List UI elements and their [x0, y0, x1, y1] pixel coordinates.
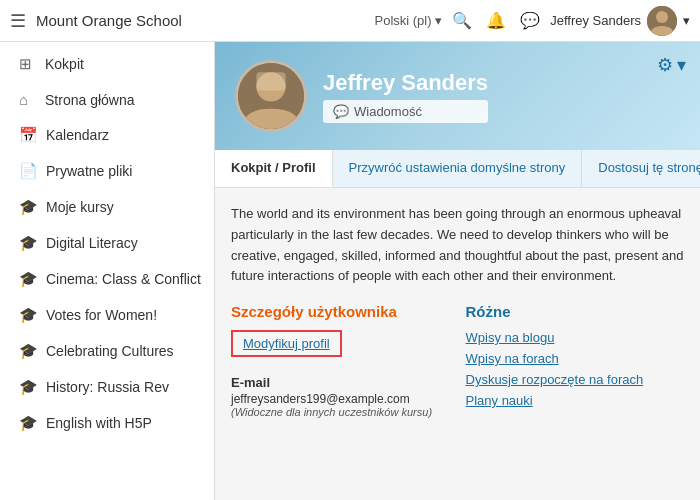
profile-header: Jeffrey Sanders 💬 Wiadomość ⚙ ▾ — [215, 42, 700, 150]
blog-posts-link[interactable]: Wpisy na blogu — [466, 330, 685, 345]
content-area: The world and its environment has been g… — [215, 188, 700, 434]
two-column-section: Szczegóły użytkownika Modyfikuj profil E… — [231, 303, 684, 418]
user-chevron-icon: ▾ — [683, 13, 690, 28]
sidebar-label-celebrating: Celebrating Cultures — [46, 343, 174, 359]
messages-icon[interactable]: 💬 — [520, 11, 540, 30]
email-note: (Widoczne dla innych uczestników kursu) — [231, 406, 450, 418]
nav-icons: 🔍 🔔 💬 — [452, 11, 540, 30]
calendar-icon: 📅 — [19, 126, 38, 144]
various-column: Różne Wpisy na blogu Wpisy na forach Dys… — [466, 303, 685, 418]
sidebar-label-cinema: Cinema: Class & Conflict — [46, 271, 201, 287]
sidebar-label-english: English with H5P — [46, 415, 152, 431]
sidebar-item-digital-literacy[interactable]: 🎓 Digital Literacy — [0, 225, 214, 261]
message-label: Wiadomość — [354, 104, 422, 119]
sidebar-label-mycourses: Moje kursy — [46, 199, 114, 215]
sidebar-label-calendar: Kalendarz — [46, 127, 109, 143]
sidebar-item-my-courses[interactable]: 🎓 Moje kursy — [0, 189, 214, 225]
sidebar-item-cinema[interactable]: 🎓 Cinema: Class & Conflict — [0, 261, 214, 297]
sidebar-label-digital: Digital Literacy — [46, 235, 138, 251]
sidebar-label-history: History: Russia Rev — [46, 379, 169, 395]
forum-posts-link[interactable]: Wpisy na forach — [466, 351, 685, 366]
tab-reset[interactable]: Przywróć ustawienia domyślne strony — [333, 150, 583, 187]
sidebar-item-votes[interactable]: 🎓 Votes for Women! — [0, 297, 214, 333]
sidebar-label-home: Strona główna — [45, 92, 135, 108]
notifications-icon[interactable]: 🔔 — [486, 11, 506, 30]
profile-info: Jeffrey Sanders 💬 Wiadomość — [323, 70, 488, 123]
user-name-label: Jeffrey Sanders — [550, 13, 641, 28]
course-icon-2: 🎓 — [19, 270, 38, 288]
tab-customize[interactable]: Dostosuj tę stronę — [582, 150, 700, 187]
course-icon-1: 🎓 — [19, 234, 38, 252]
dashboard-icon: ⊞ — [19, 55, 37, 73]
sidebar: ⊞ Kokpit ⌂ Strona główna 📅 Kalendarz 📄 P… — [0, 42, 215, 500]
gear-settings-button[interactable]: ⚙ ▾ — [657, 54, 686, 76]
various-title: Różne — [466, 303, 685, 320]
tabs-bar: Kokpit / Profil Przywróć ustawienia domy… — [215, 150, 700, 188]
learning-plans-link[interactable]: Plany nauki — [466, 393, 685, 408]
language-selector[interactable]: Polski (pl) ▾ — [375, 13, 443, 28]
sidebar-item-home[interactable]: ⌂ Strona główna — [0, 82, 214, 117]
user-details-column: Szczegóły użytkownika Modyfikuj profil E… — [231, 303, 450, 418]
sidebar-item-history[interactable]: 🎓 History: Russia Rev — [0, 369, 214, 405]
sidebar-item-files[interactable]: 📄 Prywatne pliki — [0, 153, 214, 189]
modify-profile-button[interactable]: Modyfikuj profil — [231, 330, 342, 357]
profile-avatar — [235, 60, 307, 132]
svg-point-1 — [656, 11, 668, 23]
file-icon: 📄 — [19, 162, 38, 180]
bio-text: The world and its environment has been g… — [231, 204, 684, 287]
search-icon[interactable]: 🔍 — [452, 11, 472, 30]
sidebar-item-english[interactable]: 🎓 English with H5P — [0, 405, 214, 441]
course-icon-4: 🎓 — [19, 342, 38, 360]
top-navigation: ☰ Mount Orange School Polski (pl) ▾ 🔍 🔔 … — [0, 0, 700, 42]
forum-discussions-link[interactable]: Dyskusje rozpoczęte na forach — [466, 372, 685, 387]
main-layout: ⊞ Kokpit ⌂ Strona główna 📅 Kalendarz 📄 P… — [0, 42, 700, 500]
user-avatar — [647, 6, 677, 36]
user-details-title: Szczegóły użytkownika — [231, 303, 450, 320]
tab-profile[interactable]: Kokpit / Profil — [215, 150, 333, 187]
course-icon-0: 🎓 — [19, 198, 38, 216]
user-menu[interactable]: Jeffrey Sanders ▾ — [550, 6, 690, 36]
course-icon-5: 🎓 — [19, 378, 38, 396]
svg-rect-4 — [256, 72, 285, 90]
sidebar-item-calendar[interactable]: 📅 Kalendarz — [0, 117, 214, 153]
main-content: Jeffrey Sanders 💬 Wiadomość ⚙ ▾ Kokpit /… — [215, 42, 700, 500]
gear-chevron-icon: ▾ — [677, 54, 686, 76]
sidebar-item-celebrating[interactable]: 🎓 Celebrating Cultures — [0, 333, 214, 369]
message-button[interactable]: 💬 Wiadomość — [323, 100, 488, 123]
speech-bubble-icon: 💬 — [333, 104, 349, 119]
email-value: jeffreysanders199@example.com — [231, 392, 450, 406]
sidebar-label-votes: Votes for Women! — [46, 307, 157, 323]
course-icon-3: 🎓 — [19, 306, 38, 324]
home-icon: ⌂ — [19, 91, 37, 108]
gear-icon: ⚙ — [657, 54, 673, 76]
sidebar-label-files: Prywatne pliki — [46, 163, 132, 179]
sidebar-label-kokpit: Kokpit — [45, 56, 84, 72]
hamburger-menu-icon[interactable]: ☰ — [10, 10, 26, 32]
site-title: Mount Orange School — [36, 12, 365, 29]
email-label: E-mail — [231, 375, 450, 390]
course-icon-6: 🎓 — [19, 414, 38, 432]
profile-name: Jeffrey Sanders — [323, 70, 488, 96]
sidebar-item-kokpit[interactable]: ⊞ Kokpit — [0, 46, 214, 82]
